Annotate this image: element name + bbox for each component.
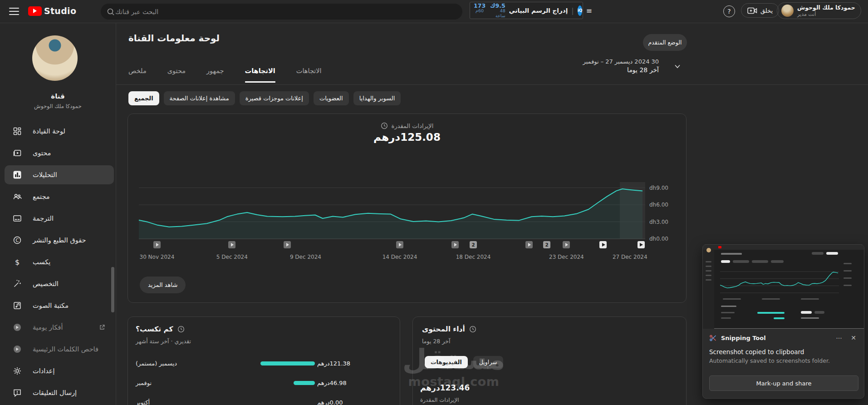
x-axis-date: 18 Dec 2024 (453, 254, 494, 260)
play-marker-icon[interactable] (638, 241, 645, 248)
sidebar-item-label: إعدادات (33, 367, 54, 375)
tab-2[interactable]: جمهور (206, 64, 224, 83)
vidiq-icon (13, 345, 22, 354)
sidebar-item-label: الترجمة (33, 215, 54, 222)
svg-text:dh3.00: dh3.00 (649, 219, 668, 225)
sidebar-item-customization[interactable]: التخصيص (0, 273, 116, 295)
scrollbar-thumb[interactable] (111, 267, 114, 312)
x-axis-date: 30 Nov 2024 (137, 254, 177, 260)
customization-icon (13, 279, 22, 288)
snipping-tool-icon (709, 334, 717, 342)
filter-chip-1[interactable]: مشاهدة إعلانات الصفحة (164, 91, 235, 105)
sidebar-item-vidiq[interactable]: أفكار يومية (0, 316, 116, 338)
filter-chip-3[interactable]: العضويات (314, 91, 349, 105)
sidebar: قناة حمودكا ملك الوحوش لوحة القيادةمحتوى… (0, 23, 116, 405)
sidebar-item-label: يكسب (33, 258, 50, 266)
video-count-badge[interactable]: 2 (543, 241, 550, 248)
sidebar-item-community[interactable]: مجتمع (0, 186, 116, 207)
video-count-badge[interactable]: 2 (470, 241, 477, 248)
account-name: حمودكا ملك الوحوش (797, 4, 855, 11)
account-chip[interactable]: حمودكا ملك الوحوش أنت مدير (777, 2, 861, 19)
earn-card-subtitle: تقديري · آخر ستة أشهر (136, 338, 191, 345)
sidebar-item-dashboard[interactable]: لوحة القيادة (0, 120, 116, 142)
date-range: نوفمبر–27ديسمبر202430 (558, 58, 659, 65)
vidiq-logo-icon[interactable]: iQ (578, 5, 583, 16)
close-icon[interactable]: ✕ (848, 334, 858, 341)
sidebar-item-analytics[interactable]: التحليلات (0, 164, 116, 186)
video-publish-icon[interactable] (525, 241, 533, 248)
sidebar-item-label: أفكار يومية (33, 324, 63, 331)
vidiq-insert-chart-label[interactable]: إدراج الرسم البياني (509, 7, 568, 14)
sidebar-item-label: مكتبة الصوت (33, 302, 69, 309)
date-range-sub: آخر 28 يوما (558, 66, 659, 74)
filter-chip-0[interactable]: الجميع (128, 91, 159, 105)
earnings-row: أكتوبردرهم0.00 (128, 398, 400, 405)
screenshot-thumbnail[interactable] (703, 245, 864, 329)
content-icon (13, 148, 22, 158)
sidebar-item-earn[interactable]: $يكسب (0, 251, 116, 273)
tab-4[interactable]: الاتجاهات (296, 64, 322, 83)
chevron-down-icon[interactable] (673, 62, 682, 71)
hamburger-menu-icon[interactable] (9, 8, 19, 15)
channel-avatar[interactable] (32, 35, 78, 81)
earnings-bar (294, 381, 315, 385)
tab-0[interactable]: ملخص (128, 64, 147, 83)
date-range-selector[interactable]: نوفمبر–27ديسمبر202430 آخر 28 يوما (558, 58, 659, 74)
snip-message-title: Screenshot copied to clipboard (709, 348, 804, 356)
sidebar-item-copyright[interactable]: Cحقوق الطبع والنشر (0, 229, 116, 251)
play-marker-icon[interactable] (599, 241, 607, 248)
snip-app-name: Snipping Tool (721, 335, 829, 341)
publish-markers-row: 22 (139, 241, 642, 249)
earn-icon: $ (13, 257, 22, 267)
sidebar-item-label: التحليلات (33, 171, 57, 178)
filter-chip-2[interactable]: إعلانات موجزات قصيرة (240, 91, 309, 105)
video-publish-icon[interactable] (451, 241, 459, 248)
video-publish-icon[interactable] (284, 241, 291, 248)
date-token: ديسمبر (615, 58, 633, 65)
content-chip-1[interactable]: سراويل (473, 356, 503, 368)
filter-chip-4[interactable]: السوبر والهدايا (353, 91, 401, 105)
snipping-tool-notification: Snipping Tool ⋯ ✕ Screenshot copied to c… (702, 244, 864, 399)
svg-text:C: C (16, 238, 19, 243)
video-publish-icon[interactable] (228, 241, 235, 248)
tab-1[interactable]: محتوى (167, 64, 186, 83)
youtube-studio-logo[interactable]: Studio (28, 6, 76, 16)
vidiq-extension-bar[interactable]: 17360م9.5ك48 ساعة إدراج الرسم البياني | … (470, 2, 583, 19)
video-publish-icon[interactable] (153, 241, 161, 248)
help-button[interactable]: ? (723, 5, 735, 17)
sidebar-item-settings[interactable]: إعدادات (0, 360, 116, 382)
chart-header: الإيرادات المقدرة درهم125.08 (128, 122, 686, 143)
date-token: 2024 (634, 58, 649, 65)
search-icon (106, 7, 115, 16)
sidebar-item-audio-library[interactable]: مكتبة الصوت (0, 295, 116, 316)
video-publish-icon[interactable] (563, 241, 570, 248)
studio-logo-text: Studio (44, 6, 76, 16)
sidebar-item-vidiq[interactable]: فاحص الكلمات الرئيسية (0, 338, 116, 360)
vidiq-menu-icon[interactable]: ≡ (586, 6, 592, 15)
see-more-button[interactable]: شاهد المزيد (140, 277, 186, 293)
revenue-chart-card: dh9.00dh6.00dh3.00dh0.00 الإيرادات المقد… (128, 114, 687, 303)
svg-text:dh6.00: dh6.00 (649, 202, 668, 208)
settings-icon (13, 366, 22, 375)
youtube-studio-page: Studio 17360م9.5ك48 ساعة إدراج الرسم الب… (0, 0, 868, 405)
date-token: 27 (605, 58, 613, 65)
content-revenue-label: الإيرادات المقدرة (420, 397, 459, 403)
tab-3[interactable]: الاتجاهات (245, 64, 275, 83)
avatar (781, 5, 794, 17)
content-chip-0[interactable]: الفيديوهات (425, 356, 468, 368)
date-token: 30 (651, 58, 659, 65)
search-bar[interactable] (101, 4, 462, 20)
divider (116, 23, 116, 405)
search-input[interactable] (115, 8, 433, 15)
svg-text:dh9.00: dh9.00 (649, 185, 668, 191)
sidebar-item-label: حقوق الطبع والنشر (33, 237, 86, 244)
sidebar-item-feedback[interactable]: إرسال التعليقات (0, 382, 116, 404)
markup-share-button[interactable]: Mark-up and share (709, 375, 858, 391)
vidiq-stats: 17360م9.5ك48 ساعة (474, 3, 505, 19)
video-publish-icon[interactable] (396, 241, 403, 248)
sidebar-item-content[interactable]: محتوى (0, 142, 116, 164)
create-button[interactable]: يخلق (741, 3, 779, 18)
sidebar-item-subtitles[interactable]: الترجمة (0, 207, 116, 229)
more-options-icon[interactable]: ⋯ (834, 334, 844, 341)
advanced-mode-button[interactable]: الوضع المتقدم (643, 34, 687, 51)
